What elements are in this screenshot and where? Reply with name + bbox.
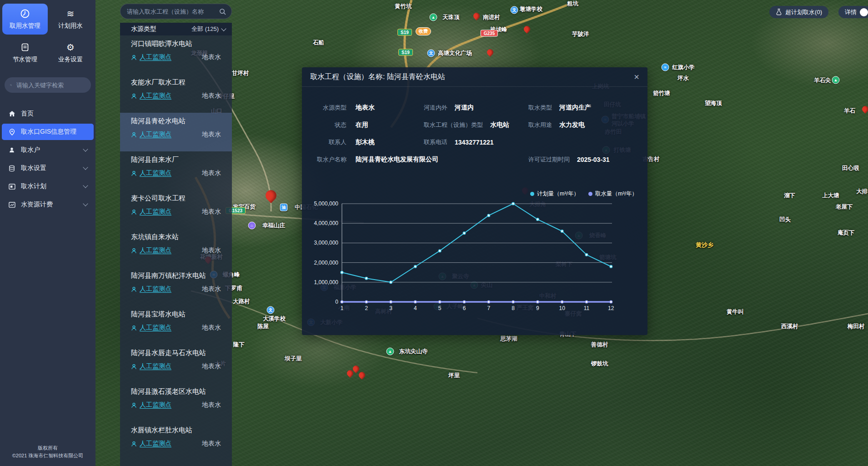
map-poi-icon[interactable]: 文 (427, 50, 435, 57)
field-label: 河道内外 (424, 104, 447, 112)
chart-legend: 计划量（m³/年）取水量（m³/年） (530, 190, 637, 198)
manual-monitor-link[interactable]: 人工监测点 (131, 92, 171, 100)
facility-search-input[interactable] (126, 8, 219, 15)
map-label: 粗坑 (567, 0, 578, 8)
field-label: 联系电话 (424, 138, 447, 146)
chevron-down-icon (221, 26, 226, 31)
map-poi-icon[interactable]: 文 (267, 306, 275, 314)
manual-monitor-link[interactable]: 人工监测点 (131, 169, 171, 177)
facility-search[interactable] (120, 4, 232, 19)
map-poi-icon[interactable]: ▲ (430, 14, 437, 21)
list-item[interactable]: 友能水厂取水工程 人工监测点 地表水 (120, 74, 232, 113)
facility-items: 河口镇唱歌潭水电站 人工监测点 地表水 友能水厂取水工程 人工监测点 地表水 (120, 35, 232, 461)
manual-monitor-link[interactable]: 人工监测点 (131, 401, 171, 409)
map-label: 大排 (856, 188, 868, 195)
list-item[interactable]: 水唇镇水栏肚水电站 人工监测点 地表水 (120, 422, 232, 461)
map-poi-icon[interactable]: 油 (280, 204, 288, 211)
map-poi-icon[interactable]: ▲ (386, 348, 394, 356)
map-poi-icon[interactable]: ≈ (662, 64, 669, 71)
field-label: 取水工程（设施）类型 (424, 121, 483, 129)
person-icon (131, 132, 137, 138)
water-source-type: 地表水 (202, 208, 221, 216)
list-item[interactable]: 陆河县青砼水电站 人工监测点 地表水 (120, 113, 232, 151)
manual-monitor-link[interactable]: 人工监测点 (131, 208, 171, 216)
water-source-type: 地表水 (202, 401, 221, 409)
waves-icon: ≋ (67, 8, 75, 19)
person-icon (131, 209, 137, 215)
facility-name: 河口镇唱歌潭水电站 (131, 40, 221, 48)
copyright-line1: 版权所有 (0, 444, 95, 452)
map-poi-icon[interactable]: ⌂ (248, 222, 256, 230)
legend-item[interactable]: 取水量（m³/年） (588, 190, 637, 198)
source-type-filter[interactable]: 全部 (125) (191, 25, 226, 33)
menu-item-home[interactable]: 首页 (2, 105, 94, 122)
menu-item-water-users[interactable]: 取水户 (2, 142, 94, 158)
chevron-down-icon (83, 146, 88, 151)
facility-name: 东坑镇自来水站 (131, 233, 221, 241)
person-icon (131, 55, 137, 60)
map-label: 芋陂洋 (572, 30, 589, 38)
legend-item[interactable]: 计划量（m³/年） (530, 190, 579, 198)
svg-text:1: 1 (341, 305, 344, 311)
module-business-settings[interactable]: ⚙ 业务设置 (48, 37, 93, 68)
over-plan-water-pill[interactable]: 超计划取水(0) (769, 6, 828, 18)
manual-monitor-link[interactable]: 人工监测点 (131, 53, 171, 61)
manual-monitor-link[interactable]: 人工监测点 (131, 246, 171, 255)
facility-name: 陆河县激石溪老区水电站 (131, 387, 221, 396)
list-item[interactable]: 陆河县水唇走马石水电站 人工监测点 地表水 (120, 345, 232, 383)
water-source-type: 地表水 (202, 92, 221, 100)
keyword-search-input[interactable] (15, 81, 85, 89)
manual-monitor-link[interactable]: 人工监测点 (131, 130, 171, 139)
menu-item-water-plan[interactable]: 取水计划 (2, 178, 94, 195)
module-save-water[interactable]: 节水管理 (2, 37, 48, 68)
menu-item-gis-management[interactable]: 取水口GIS信息管理 (2, 124, 94, 140)
list-item[interactable]: 麦卡公司取水工程 人工监测点 地表水 (120, 190, 232, 229)
manual-monitor-link[interactable]: 人工监测点 (131, 440, 171, 448)
svg-text:4: 4 (414, 305, 417, 311)
menu-label: 首页 (21, 110, 34, 118)
sidebar-search[interactable] (5, 77, 91, 93)
module-plan-water[interactable]: ≋ 计划用水 (48, 4, 93, 35)
line-chart: 01,000,0002,000,0003,000,0004,000,0005,0… (302, 186, 647, 327)
map-label: 坪水 (677, 75, 689, 82)
manual-monitor-link[interactable]: 人工监测点 (131, 324, 171, 332)
list-item[interactable]: 陆河县南万镇杞洋水电站 人工监测点 地表水 (120, 267, 232, 306)
water-source-type: 地表水 (202, 440, 221, 448)
clock-icon (20, 8, 30, 19)
list-item[interactable]: 陆河县激石溪老区水电站 人工监测点 地表水 (120, 383, 232, 422)
svg-text:2: 2 (365, 305, 368, 311)
manual-monitor-link[interactable]: 人工监测点 (131, 285, 171, 293)
svg-text:0: 0 (335, 299, 338, 305)
svg-text:5: 5 (438, 305, 442, 311)
map-poi-icon[interactable]: 文 (511, 6, 518, 14)
search-icon[interactable] (219, 8, 226, 15)
list-item[interactable]: 东坑镇自来水站 人工监测点 地表水 (120, 229, 232, 267)
chevron-down-icon (83, 165, 88, 170)
facility-name: 陆河县自来水厂 (131, 155, 221, 164)
modal-fields: 水源类型地表水 河道内外河道内 取水类型河道内生产 状态在用 取水工程（设施）类… (302, 99, 647, 168)
map-label: 梅田村 (848, 323, 865, 331)
menu-item-water-billing[interactable]: 水资源计费 (2, 196, 94, 213)
map-label: 望海顶 (705, 100, 722, 107)
field-label: 取水户名称 (309, 155, 346, 164)
menu-item-water-settings[interactable]: 取水设置 (2, 160, 94, 176)
field-value: 13432771221 (455, 139, 494, 146)
manual-monitor-link[interactable]: 人工监测点 (131, 362, 171, 371)
detail-toggle-pill[interactable]: 详情 (838, 6, 868, 18)
map-poi-icon[interactable]: ▲ (832, 76, 840, 84)
map-label: 大路村 (233, 298, 250, 306)
menu-label: 取水计划 (21, 182, 46, 190)
module-label: 取用水管理 (10, 22, 40, 30)
svg-text:1,000,000: 1,000,000 (314, 279, 339, 286)
close-icon[interactable]: × (634, 72, 639, 81)
sidebar-menu: 首页 取水口GIS信息管理 取水户 取水设置 取水计划 (0, 104, 95, 444)
svg-text:6: 6 (463, 305, 466, 311)
map-label: 东坑尖山寺 (399, 348, 428, 356)
card-icon (8, 184, 15, 190)
detail-toggle-knob[interactable] (860, 8, 868, 16)
filter-value: 全部 (125) (191, 25, 219, 33)
list-item[interactable]: 河口镇唱歌潭水电站 人工监测点 地表水 (120, 35, 232, 74)
list-item[interactable]: 陆河县宝塔水电站 人工监测点 地表水 (120, 306, 232, 345)
list-item[interactable]: 陆河县自来水厂 人工监测点 地表水 (120, 151, 232, 190)
module-water-use-mgmt[interactable]: 取用水管理 (2, 4, 48, 35)
